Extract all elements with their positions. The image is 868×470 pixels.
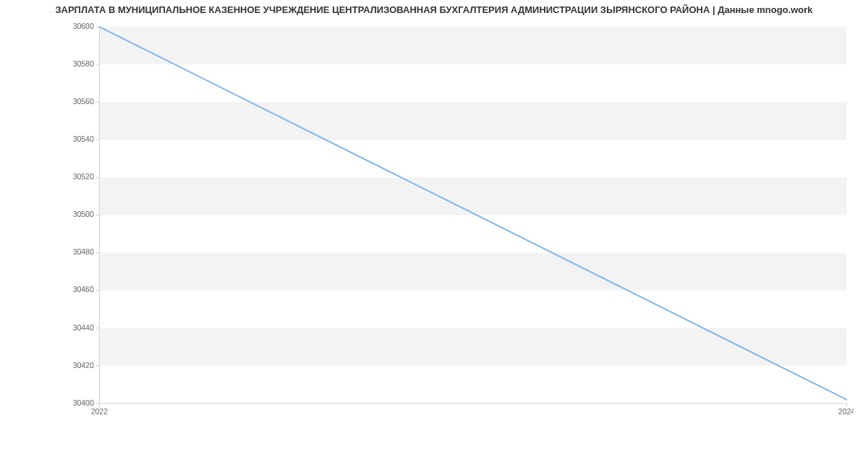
y-tick-label: 30520	[73, 173, 94, 181]
chart-svg: 3040030420304403046030480305003052030540…	[61, 22, 854, 437]
y-tick-label: 30540	[73, 135, 94, 143]
x-tick-label: 2024	[838, 408, 854, 416]
y-tick-label: 30580	[73, 60, 94, 68]
grid-band	[99, 177, 846, 215]
y-tick-label: 30460	[73, 286, 94, 294]
y-tick-label: 30500	[73, 210, 94, 218]
grid-band	[99, 102, 846, 140]
grid-band	[99, 328, 846, 366]
chart-container: ЗАРПЛАТА В МУНИЦИПАЛЬНОЕ КАЗЕННОЕ УЧРЕЖД…	[0, 0, 868, 470]
x-tick-label: 2022	[91, 408, 108, 416]
y-tick-label: 30600	[73, 22, 94, 30]
chart-title: ЗАРПЛАТА В МУНИЦИПАЛЬНОЕ КАЗЕННОЕ УЧРЕЖД…	[0, 0, 868, 15]
y-tick-label: 30400	[73, 399, 94, 407]
y-tick-label: 30440	[73, 324, 94, 332]
grid-band	[99, 27, 846, 64]
y-tick-label: 30420	[73, 362, 94, 369]
y-tick-label: 30480	[73, 248, 94, 256]
plot-area: 3040030420304403046030480305003052030540…	[61, 22, 854, 437]
y-tick-label: 30560	[73, 98, 94, 106]
grid-band	[99, 253, 846, 291]
